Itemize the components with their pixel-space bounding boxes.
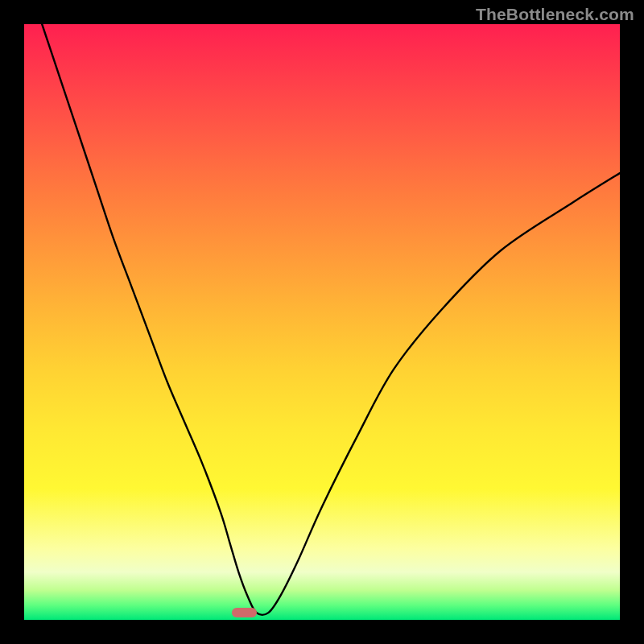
plot-area: [24, 24, 620, 620]
optimal-marker: [232, 608, 257, 617]
watermark-text: TheBottleneck.com: [476, 5, 634, 24]
bottleneck-chart: TheBottleneck.com: [0, 0, 644, 644]
curve-svg: [24, 24, 620, 620]
bottleneck-curve-line: [42, 24, 620, 615]
